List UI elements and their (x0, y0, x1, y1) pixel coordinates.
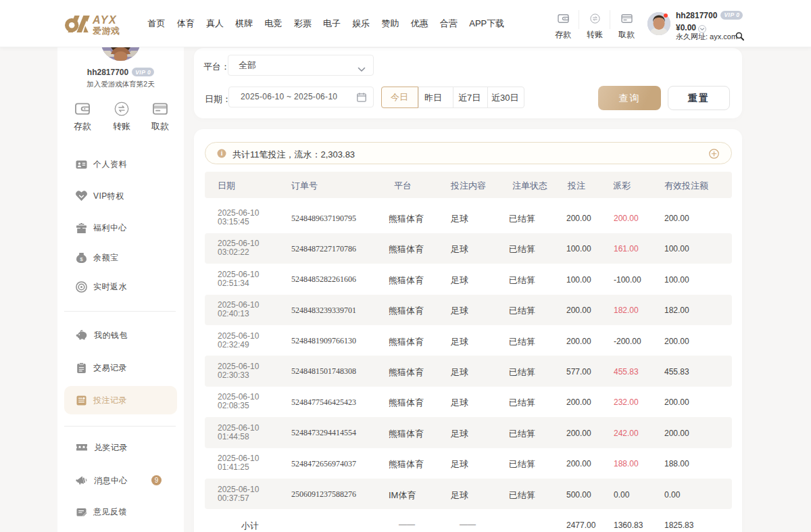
svg-text:$: $ (80, 256, 83, 262)
svg-text:i: i (221, 150, 223, 157)
